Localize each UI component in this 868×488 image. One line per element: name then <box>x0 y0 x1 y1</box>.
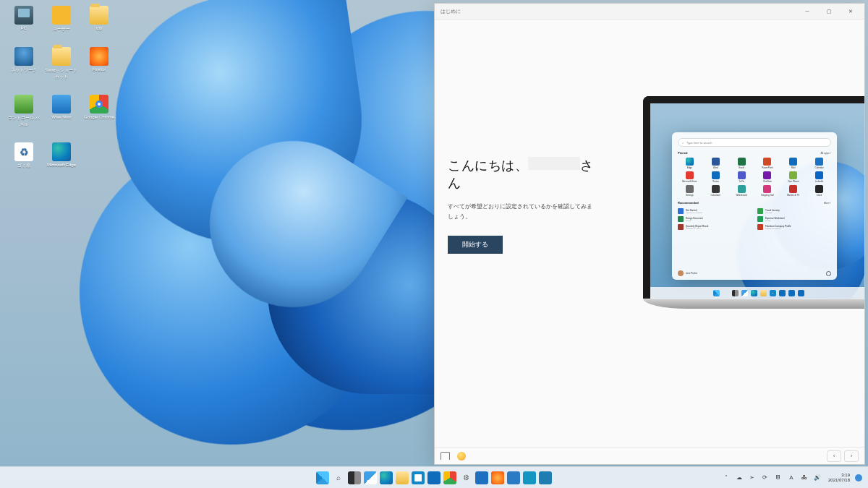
desktop-icon-swap[interactable]: Swap - ショートカット <box>45 47 78 80</box>
edge-taskbar-icon[interactable] <box>380 471 393 484</box>
start-search-preview: ⌕Type here to search <box>678 138 831 147</box>
desktop-icon-user[interactable]: ユーザー <box>45 6 78 33</box>
desktop-icon-user-glyph <box>52 6 71 25</box>
desktop-icon-recycle-bin-glyph: ♻ <box>14 142 33 161</box>
icon-label: PC <box>21 26 27 30</box>
desktop-icon-wisemiss[interactable]: Wise Miss <box>45 95 78 128</box>
desktop-icon-edge[interactable]: Microsoft Edge <box>45 142 78 169</box>
greeting-heading: こんにちは、さん <box>448 157 597 192</box>
sync-tray-icon[interactable]: ⟳ <box>760 473 770 483</box>
laptop-illustration: ⌕Type here to search PinnedAll apps › Ed… <box>608 20 864 447</box>
app-a-taskbar-icon[interactable] <box>523 471 536 484</box>
tips-tab-icon[interactable] <box>457 452 466 461</box>
desktop-icon-control-panel[interactable]: コントロール パネル <box>7 95 41 128</box>
search-icon: ⌕ <box>682 141 684 145</box>
icon-label: Google Chrome <box>84 115 114 119</box>
get-started-button[interactable]: 開始する <box>448 236 503 254</box>
icon-label: Microsoft Edge <box>47 163 76 167</box>
close-button[interactable]: ✕ <box>840 4 861 20</box>
ime-tray-icon[interactable]: A <box>786 473 796 483</box>
chevron-up-icon[interactable]: ˄ <box>721 473 731 483</box>
start-menu-preview: ⌕Type here to search PinnedAll apps › Ed… <box>672 132 837 280</box>
minimize-button[interactable]: ─ <box>796 4 818 20</box>
get-started-window: はじめに ─ ▢ ✕ こんにちは、さん すべてが希望どおりに設定されているかを確… <box>434 3 865 465</box>
icon-label: ユーザー <box>53 26 70 33</box>
desktop-icon-network-glyph <box>14 47 33 66</box>
desktop-icon-edge-glyph <box>52 142 71 161</box>
icon-label: ゴミ箱 <box>17 163 30 169</box>
chrome-taskbar-icon[interactable] <box>443 471 456 484</box>
bluetooth-tray-icon[interactable]: ➣ <box>747 473 757 483</box>
desktop-icon-pc[interactable]: PC <box>7 6 41 33</box>
desktop-icon-chrome-glyph <box>90 95 109 114</box>
widgets-button[interactable] <box>364 471 377 484</box>
settings-taskbar-icon[interactable]: ⚙ <box>459 471 472 484</box>
nav-prev-button[interactable]: ‹ <box>827 450 841 462</box>
taskbar: ⌕⚙ ˄☁➣⟳⛨A🖧🔊 3:192021/07/18 <box>0 466 868 488</box>
nav-next-button[interactable]: › <box>844 450 859 462</box>
desktop[interactable]: PCユーザーtppネットワークSwap - ショートカットFirefoxコントロ… <box>0 0 868 488</box>
onedrive-tray-icon[interactable]: ☁ <box>734 473 744 483</box>
desktop-icon-tpp[interactable]: tpp <box>82 6 116 33</box>
icon-label: Wise Miss <box>51 115 71 119</box>
desktop-icon-tpp-glyph <box>90 6 109 25</box>
icon-label: コントロール パネル <box>7 115 41 128</box>
icon-label: Firefox <box>93 67 106 72</box>
notifications-button[interactable] <box>855 474 862 481</box>
wise-taskbar-icon[interactable] <box>507 471 520 484</box>
desktop-icon-network[interactable]: ネットワーク <box>7 47 41 80</box>
desktop-icon-firefox-glyph <box>90 47 109 66</box>
mail-taskbar-icon[interactable] <box>427 471 441 484</box>
store-taskbar-icon[interactable] <box>412 471 425 484</box>
home-tab-icon[interactable] <box>441 452 450 460</box>
desktop-icon-pc-glyph <box>14 6 33 25</box>
desktop-icon-firefox[interactable]: Firefox <box>82 47 116 80</box>
desktop-icon-chrome[interactable]: Google Chrome <box>82 95 116 128</box>
icon-label: Swap - ショートカット <box>45 67 78 80</box>
desktop-icon-control-panel-glyph <box>14 95 33 114</box>
greeting-body: すべてが希望どおりに設定されているかを確認してみましょう。 <box>448 202 597 221</box>
desktop-icon-wisemiss-glyph <box>52 95 71 114</box>
desktop-icon-swap-glyph <box>52 47 71 66</box>
icon-label: ネットワーク <box>11 67 37 74</box>
app-b-taskbar-icon[interactable] <box>539 471 552 484</box>
network-tray-icon[interactable]: 🖧 <box>799 473 809 483</box>
task-view-button[interactable] <box>348 471 361 484</box>
shield-tray-icon[interactable]: ⛨ <box>773 473 783 483</box>
icon-label: tpp <box>96 26 102 30</box>
explorer-taskbar-icon[interactable] <box>396 471 409 484</box>
start-button[interactable] <box>316 471 329 484</box>
security-taskbar-icon[interactable] <box>475 471 488 484</box>
desktop-icon-recycle-bin[interactable]: ♻ゴミ箱 <box>7 142 41 169</box>
power-icon <box>826 271 831 276</box>
user-name-blank <box>528 157 580 170</box>
search-button[interactable]: ⌕ <box>332 471 345 484</box>
titlebar[interactable]: はじめに ─ ▢ ✕ <box>435 4 864 20</box>
taskbar-clock[interactable]: 3:192021/07/18 <box>828 473 850 482</box>
firefox-taskbar-icon[interactable] <box>491 471 504 484</box>
volume-tray-icon[interactable]: 🔊 <box>812 473 822 483</box>
window-title: はじめに <box>441 8 796 15</box>
maximize-button[interactable]: ▢ <box>818 4 840 20</box>
